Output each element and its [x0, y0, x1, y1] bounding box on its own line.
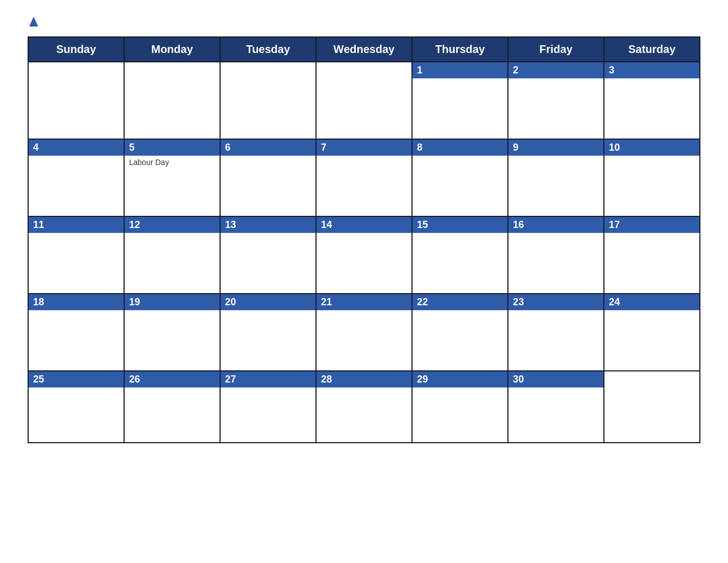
- page-header: [28, 17, 700, 26]
- table-row: 11: [28, 216, 124, 294]
- header-thursday: Thursday: [412, 37, 508, 62]
- header-monday: Monday: [124, 37, 220, 62]
- table-row: 18: [28, 294, 124, 371]
- day-number: 11: [29, 217, 124, 233]
- header-friday: Friday: [508, 37, 604, 62]
- table-row: [220, 62, 316, 139]
- day-number: 21: [317, 294, 411, 310]
- table-row: [28, 62, 124, 139]
- table-row: 26: [124, 371, 220, 443]
- day-number: 20: [221, 294, 315, 310]
- header-saturday: Saturday: [604, 37, 700, 62]
- day-number: 2: [508, 62, 603, 78]
- table-row: 9: [508, 139, 604, 216]
- day-number: 6: [221, 140, 315, 156]
- table-row: 25: [28, 371, 124, 443]
- day-number: 15: [413, 217, 507, 233]
- table-row: 23: [508, 294, 604, 371]
- table-row: 10: [604, 139, 700, 216]
- table-row: 17: [604, 216, 700, 294]
- day-number: 23: [508, 294, 603, 310]
- calendar-table: Sunday Monday Tuesday Wednesday Thursday…: [28, 36, 700, 443]
- day-number: 16: [508, 217, 603, 233]
- header-sunday: Sunday: [28, 37, 124, 62]
- table-row: 7: [316, 139, 412, 216]
- table-row: 29: [412, 371, 508, 443]
- table-row: 30: [508, 371, 604, 443]
- day-number: 30: [508, 371, 603, 387]
- day-number: 29: [413, 371, 507, 387]
- table-row: 16: [508, 216, 604, 294]
- day-number: 1: [413, 62, 507, 78]
- day-number: 28: [317, 371, 411, 387]
- table-row: 24: [604, 294, 700, 371]
- table-row: 15: [412, 216, 508, 294]
- calendar-week-row: 252627282930: [28, 371, 700, 443]
- calendar-event: Labour Day: [129, 158, 215, 167]
- table-row: 4: [28, 139, 124, 216]
- day-number: 18: [29, 294, 124, 310]
- day-number: 5: [125, 140, 220, 156]
- table-row: [316, 62, 412, 139]
- table-row: 13: [220, 216, 316, 294]
- logo-triangle-icon: [29, 17, 38, 26]
- calendar-page: Sunday Monday Tuesday Wednesday Thursday…: [0, 0, 728, 563]
- table-row: [604, 371, 700, 443]
- day-number: 27: [221, 371, 315, 387]
- header-tuesday: Tuesday: [220, 37, 316, 62]
- day-number: 9: [508, 140, 603, 156]
- day-number: 25: [29, 371, 124, 387]
- table-row: 22: [412, 294, 508, 371]
- table-row: 5Labour Day: [124, 139, 220, 216]
- table-row: 2: [508, 62, 604, 139]
- calendar-week-row: 18192021222324: [28, 294, 700, 371]
- day-number: 12: [125, 217, 220, 233]
- table-row: 20: [220, 294, 316, 371]
- table-row: 28: [316, 371, 412, 443]
- logo: [28, 17, 38, 26]
- table-row: 12: [124, 216, 220, 294]
- day-number: 8: [413, 140, 507, 156]
- table-row: 1: [412, 62, 508, 139]
- day-number: 10: [604, 140, 699, 156]
- table-row: 14: [316, 216, 412, 294]
- table-row: 19: [124, 294, 220, 371]
- calendar-week-row: 45Labour Day678910: [28, 139, 700, 216]
- calendar-week-row: 123: [28, 62, 700, 139]
- table-row: 3: [604, 62, 700, 139]
- header-wednesday: Wednesday: [316, 37, 412, 62]
- day-number: 24: [604, 294, 699, 310]
- svg-marker-0: [29, 17, 38, 26]
- table-row: 27: [220, 371, 316, 443]
- table-row: 6: [220, 139, 316, 216]
- day-headers-row: Sunday Monday Tuesday Wednesday Thursday…: [28, 37, 700, 62]
- calendar-week-row: 11121314151617: [28, 216, 700, 294]
- table-row: [124, 62, 220, 139]
- day-number: 7: [317, 140, 411, 156]
- day-number: 14: [317, 217, 411, 233]
- day-number: 13: [221, 217, 315, 233]
- day-number: 4: [29, 140, 124, 156]
- day-number: 19: [125, 294, 220, 310]
- table-row: 21: [316, 294, 412, 371]
- table-row: 8: [412, 139, 508, 216]
- day-number: 3: [604, 62, 699, 78]
- day-number: 26: [125, 371, 220, 387]
- day-number: 22: [413, 294, 507, 310]
- day-number: 17: [604, 217, 699, 233]
